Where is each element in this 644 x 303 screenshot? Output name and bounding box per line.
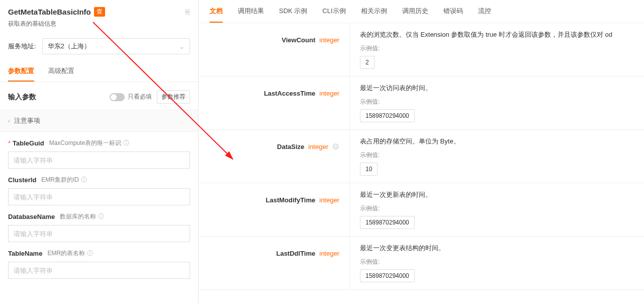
param-row-LastModifyTime: LastModifyTimeinteger最近一次更新表的时间。示例值:1589… — [199, 183, 644, 237]
param-name: ViewCount — [282, 36, 315, 44]
example-value: 1589870294000 — [360, 109, 415, 122]
rtab-6[interactable]: 错误码 — [443, 1, 463, 23]
field-desc: MaxCompute表的唯一标识 — [49, 139, 121, 147]
service-value: 华东2（上海） — [48, 42, 90, 51]
help-icon[interactable]: ⓘ — [87, 249, 93, 258]
example-value: 1589870294000 — [360, 269, 415, 282]
service-select[interactable]: 华东2（上海） ⌄ — [42, 38, 190, 54]
field-name: TableGuid — [13, 139, 44, 147]
param-name: LastDdlTime — [276, 250, 315, 257]
rtab-4[interactable]: 相关示例 — [361, 1, 387, 23]
example-label: 示例值: — [360, 151, 634, 160]
param-desc: 表的浏览次数。仅当 Extension 参数取值为 true 时才会返回该参数，… — [360, 30, 634, 39]
field-name: DatabaseName — [8, 213, 55, 220]
help-icon[interactable]: ⓘ — [98, 212, 104, 221]
section-title: 输入参数 — [8, 93, 36, 102]
example-label: 示例值: — [360, 98, 634, 106]
param-name: DataSize — [277, 143, 304, 150]
field-desc: EMR的表名称 — [47, 249, 85, 258]
field-input-ClusterId[interactable] — [8, 188, 190, 205]
field-input-TableGuid[interactable] — [8, 152, 190, 169]
param-desc: 最近一次更新表的时间。 — [360, 190, 634, 199]
param-type: integer — [319, 36, 339, 44]
notice-expand[interactable]: › 注意事项 — [0, 110, 198, 132]
copy-icon[interactable]: ⎘ — [186, 8, 190, 16]
notice-label: 注意事项 — [14, 116, 40, 125]
example-value: 1589870294000 — [360, 216, 415, 229]
field-name: TableName — [8, 250, 42, 257]
required-star: * — [8, 139, 11, 147]
api-badge: 查 — [94, 7, 105, 17]
field-TableGuid: *TableGuidMaxCompute表的唯一标识ⓘ — [0, 132, 198, 169]
chevron-right-icon: › — [8, 118, 10, 124]
service-label: 服务地址: — [8, 42, 36, 51]
param-name: LastModifyTime — [266, 196, 316, 204]
example-value: 10 — [360, 163, 378, 176]
param-name: LastAccessTime — [264, 90, 315, 97]
example-value: 2 — [360, 56, 375, 69]
tab-params[interactable]: 参数配置 — [8, 61, 34, 82]
param-desc: 最近一次变更表结构的时间。 — [360, 244, 634, 253]
rtab-7[interactable]: 流控 — [478, 1, 491, 23]
field-DatabaseName: DatabaseName数据库的名称ⓘ — [0, 205, 198, 242]
param-row-DataSize: DataSizeinteger☹表占用的存储空间。单位为 Byte。示例值:10 — [199, 130, 644, 183]
param-type: integer — [308, 143, 328, 150]
field-desc: EMR集群的ID — [41, 176, 79, 184]
recommend-button[interactable]: 参数推荐 — [157, 90, 190, 104]
chevron-down-icon: ⌄ — [179, 43, 185, 50]
param-type: integer — [319, 250, 339, 257]
param-type: integer — [319, 90, 339, 97]
param-desc: 最近一次访问表的时间。 — [360, 84, 634, 93]
field-ClusterId: ClusterIdEMR集群的IDⓘ — [0, 169, 198, 205]
required-only-toggle[interactable] — [110, 93, 125, 101]
help-icon[interactable]: ⓘ — [123, 139, 129, 147]
field-desc: 数据库的名称 — [60, 212, 96, 221]
rtab-0[interactable]: 文档 — [210, 1, 223, 23]
param-type: integer — [319, 196, 339, 204]
example-label: 示例值: — [360, 204, 634, 213]
sad-icon[interactable]: ☹ — [332, 143, 339, 150]
api-name: GetMetaTableBasicInfo — [8, 8, 91, 16]
help-icon[interactable]: ⓘ — [81, 176, 87, 184]
param-desc: 表占用的存储空间。单位为 Byte。 — [360, 137, 634, 146]
api-subtitle: 获取表的基础信息 — [8, 20, 190, 28]
param-row-ViewCount: ViewCountinteger表的浏览次数。仅当 Extension 参数取值… — [199, 23, 644, 77]
example-label: 示例值: — [360, 258, 634, 266]
field-input-DatabaseName[interactable] — [8, 225, 190, 242]
field-input-TableName[interactable] — [8, 262, 190, 279]
field-TableName: TableNameEMR的表名称ⓘ — [0, 242, 198, 279]
rtab-3[interactable]: CLI示例 — [322, 1, 345, 23]
example-label: 示例值: — [360, 44, 634, 53]
rtab-5[interactable]: 调用历史 — [402, 1, 428, 23]
rtab-1[interactable]: 调用结果 — [238, 1, 264, 23]
rtab-2[interactable]: SDK 示例 — [279, 1, 307, 23]
field-name: ClusterId — [8, 176, 36, 184]
tab-advanced[interactable]: 高级配置 — [48, 61, 74, 82]
param-row-LastDdlTime: LastDdlTimeinteger最近一次变更表结构的时间。示例值:15898… — [199, 237, 644, 290]
toggle-label: 只看必填 — [128, 93, 152, 101]
param-row-LastAccessTime: LastAccessTimeinteger最近一次访问表的时间。示例值:1589… — [199, 77, 644, 130]
